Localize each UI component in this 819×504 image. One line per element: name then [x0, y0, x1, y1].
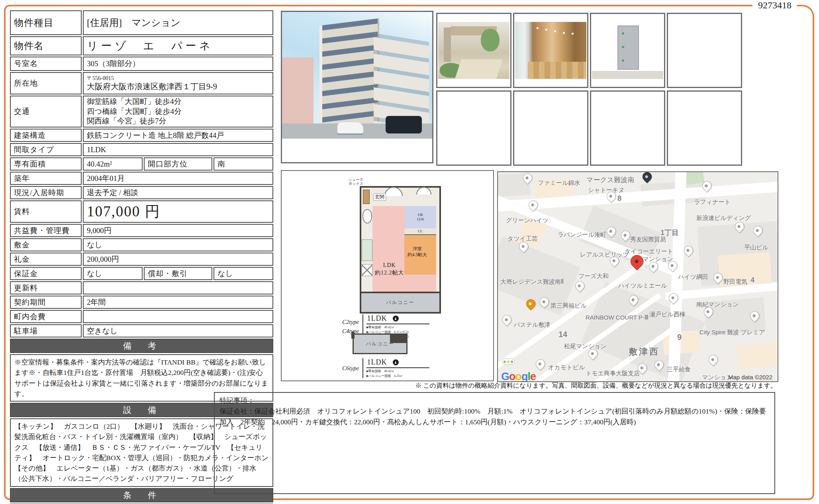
table-row: 町内会費: [10, 310, 273, 323]
map-place-label: ラパンジール湊町: [558, 231, 606, 239]
field-value: [住居用] マンション: [83, 10, 273, 35]
area-line: ■バルコニー面積 4.23㎡: [366, 374, 429, 378]
area-line: ■専有面積 40.42㎡: [366, 369, 429, 374]
map-place-label: フーズ大和: [578, 273, 609, 280]
map-district-label: 敷津西: [629, 346, 660, 358]
building-photo: [282, 12, 432, 139]
table-row: 交通 御堂筋線「大国町」徒歩4分四つ橋線「大国町」徒歩4分関西線「今宮」徒歩7分: [10, 96, 273, 127]
photo-frame: [436, 13, 511, 88]
field-label: 建築構造: [10, 129, 82, 142]
table-row: 物件名リーゾ エ パーネ: [10, 36, 273, 55]
map-place-label: マークス難波南: [586, 175, 634, 184]
table-row: 保証金なし償却・敷引なし: [10, 267, 273, 280]
map-street-label: 1丁目: [660, 228, 679, 237]
type-name: C2type: [342, 318, 359, 327]
rent-value: 107,000 円: [83, 200, 273, 223]
map-place-label: トモエ商事大阪支店: [586, 370, 640, 377]
postal-code: 〒556-0015: [87, 75, 217, 82]
map-copyright: Map data ©2022: [728, 374, 772, 380]
disclaimer-note: ※ この資料は物件の概略紹介資料になります。写真、間取図面、設備、概要などが現況…: [214, 382, 777, 390]
car: [337, 122, 363, 134]
table-row: 駐車場空きなし: [10, 324, 273, 337]
field-label: 物件種目: [10, 10, 82, 35]
table-row: 賃料107,000 円: [10, 200, 273, 223]
map-place-label: 新浪速ビルディング: [696, 214, 751, 222]
table-row: 現況/入居時期退去予定 / 相談: [10, 186, 273, 199]
compass-icon: [393, 316, 399, 322]
map-place-label: 大嵜レジデンス難波南Ⅱ: [500, 278, 564, 286]
table-row: 更新料: [10, 281, 273, 294]
field-value: 退去予定 / 相談: [83, 186, 273, 199]
field-value: 空きなし: [83, 324, 273, 337]
field-label: 物件名: [10, 36, 82, 55]
property-name: リーゾ エ パーネ: [83, 36, 273, 55]
field-value: なし: [83, 267, 143, 280]
photo-frame-empty: [513, 90, 588, 166]
door-arc: [416, 187, 431, 194]
van: [386, 116, 421, 134]
address: 大阪府大阪市浪速区敷津西１丁目9-9: [87, 82, 217, 91]
field-label: 共益費・管理費: [10, 224, 82, 237]
map-place-label: ラフィナート: [694, 198, 731, 206]
map-place-label: RAINBOW COURT P-Ⅲ: [586, 314, 649, 321]
map-pin-icon: [500, 313, 513, 326]
field-value: 2年間: [83, 296, 273, 309]
map-place-label: City Spire 難波 プレミア: [699, 329, 765, 336]
ldk-room: [372, 206, 404, 292]
table-row: 契約期間2年間: [10, 296, 273, 309]
map-pin-icon: [573, 279, 586, 292]
corridor-photo: [515, 22, 586, 79]
map-pin-saved-icon: [641, 171, 654, 183]
area-line: ■専有面積 40.42㎡: [366, 325, 429, 330]
plan-type: 1LDK: [367, 358, 387, 367]
field-label: 保証金: [10, 267, 82, 280]
address-cell: 〒556-0015大阪府大阪市浪速区敷津西１丁目9-9: [83, 72, 273, 94]
map-place-label: ファミール錦水: [538, 179, 580, 187]
photo-frame: [513, 13, 588, 88]
field-value: 1LDK: [83, 143, 273, 156]
mailbox-photo: [592, 22, 663, 79]
table-row: 共益費・管理費9,000円: [10, 224, 273, 237]
field-value: なし: [214, 267, 273, 280]
map-place-label: オカモトビル: [548, 364, 585, 371]
map-place-label: 8: [617, 194, 621, 203]
field-label: 償却・敷引: [144, 267, 212, 280]
map-pin-icon: [534, 357, 547, 371]
balcony: バルコニー: [360, 292, 441, 314]
map-place-label: 野田電気: [723, 278, 747, 286]
field-label: 現況/入居時期: [10, 186, 82, 199]
document-number: 9273418: [752, 0, 797, 11]
floorplan-drawing: 玄関 UB 1216 CL 洋室 約4.5帖大 LDK 約12.2帖大 バルコニ…: [360, 186, 441, 314]
plan-type: 1LDK: [367, 314, 387, 323]
entrance-label: 玄関: [373, 193, 386, 201]
field-value: [83, 310, 273, 323]
entrance-photo: [438, 22, 509, 79]
field-value: [83, 281, 273, 294]
field-label: 所在地: [10, 72, 82, 94]
map-street-label: 9: [677, 333, 682, 342]
field-label: 契約期間: [10, 296, 82, 309]
kitchen-counter: [362, 239, 372, 261]
bath-room: UB 1216: [404, 206, 436, 228]
map-place-label: パステル敷津: [514, 321, 550, 329]
closet-label: CL: [404, 228, 436, 235]
bedroom: CL 洋室 約4.5帖大: [404, 228, 436, 275]
map-place-label: 平山ビル: [744, 244, 768, 251]
table-row: 物件種目[住居用] マンション: [10, 10, 273, 35]
main-photo-frame: [281, 11, 433, 163]
table-row: 号室名305（3階部分）: [10, 57, 273, 71]
compass-icon: [393, 359, 399, 365]
table-row: 築年2004年01月: [10, 172, 273, 185]
field-label: 交通: [10, 96, 82, 127]
table-row: 専有面積40.42m²開口部方位南: [10, 157, 273, 171]
building-center: [319, 18, 379, 137]
bedroom-label: 洋室 約4.5帖大: [408, 246, 427, 258]
transit-line: 関西線「今宮」徒歩7分: [87, 116, 182, 126]
field-value: 鉄筋コンクリート造 地上8階 総戸数44戸: [83, 129, 273, 142]
special-notes-text: 保証会社：保証会社利用必須 オリコフォレントインシュア100 初回契約時:100…: [219, 406, 770, 428]
location-map: ファミール錦水 マークス難波南 シャトーキヌ 8 グリーンハイツ タツイ工芸 ラ…: [497, 171, 778, 382]
map-place-label: ハイツルミエール: [618, 282, 667, 290]
transit-line: 御堂筋線「大国町」徒歩4分: [87, 97, 182, 107]
map-place-label: 南紀マンション: [696, 301, 739, 308]
field-label: 開口部方位: [144, 157, 212, 171]
